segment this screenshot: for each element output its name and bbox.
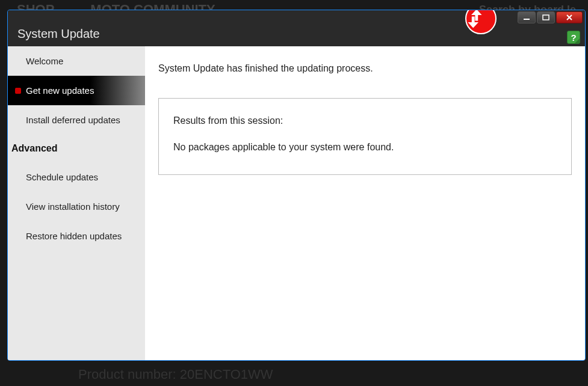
minimize-button[interactable] — [518, 11, 536, 23]
help-dropdown-icon — [575, 38, 580, 43]
sidebar-item-view-history[interactable]: View installation history — [8, 192, 145, 221]
results-title: Results from this session: — [173, 115, 557, 126]
titlebar: System Update ? — [8, 10, 585, 46]
maximize-button[interactable] — [537, 11, 555, 23]
status-message: System Update has finished the updating … — [158, 63, 572, 74]
maximize-icon — [542, 14, 549, 21]
sidebar-item-welcome[interactable]: Welcome — [8, 46, 145, 76]
background-product-number: Product number: 20ENCTO1WW — [0, 362, 588, 386]
results-box: Results from this session: No packages a… — [158, 98, 572, 175]
sidebar-item-get-new-updates[interactable]: Get new updates — [8, 76, 145, 105]
sidebar-item-label: Install deferred updates — [26, 115, 120, 125]
sidebar-item-restore-hidden[interactable]: Restore hidden updates — [8, 221, 145, 251]
content-area: Welcome Get new updates Install deferred… — [8, 46, 585, 360]
main-panel: System Update has finished the updating … — [145, 46, 585, 360]
sidebar-item-label: Schedule updates — [26, 172, 98, 182]
window-controls — [516, 11, 583, 23]
svg-point-0 — [466, 10, 496, 34]
sidebar-item-label: Welcome — [26, 56, 63, 66]
svg-rect-2 — [543, 15, 549, 20]
system-update-window: System Update ? Welcome Get new updates — [7, 10, 586, 361]
system-update-logo-icon — [465, 10, 497, 34]
sidebar-item-label: Restore hidden updates — [26, 231, 122, 241]
help-button[interactable]: ? — [567, 31, 580, 44]
close-button[interactable] — [556, 11, 583, 23]
minimize-icon — [523, 14, 530, 21]
sidebar-item-schedule-updates[interactable]: Schedule updates — [8, 162, 145, 192]
sidebar-item-label: View installation history — [26, 201, 120, 212]
close-icon — [566, 14, 573, 21]
sidebar: Welcome Get new updates Install deferred… — [8, 46, 145, 360]
svg-rect-1 — [524, 19, 530, 20]
window-title: System Update — [17, 27, 100, 41]
sidebar-item-install-deferred[interactable]: Install deferred updates — [8, 105, 145, 135]
sidebar-item-label: Get new updates — [26, 85, 94, 96]
results-body: No packages applicable to your system we… — [173, 142, 557, 153]
sidebar-section-advanced: Advanced — [8, 135, 145, 162]
